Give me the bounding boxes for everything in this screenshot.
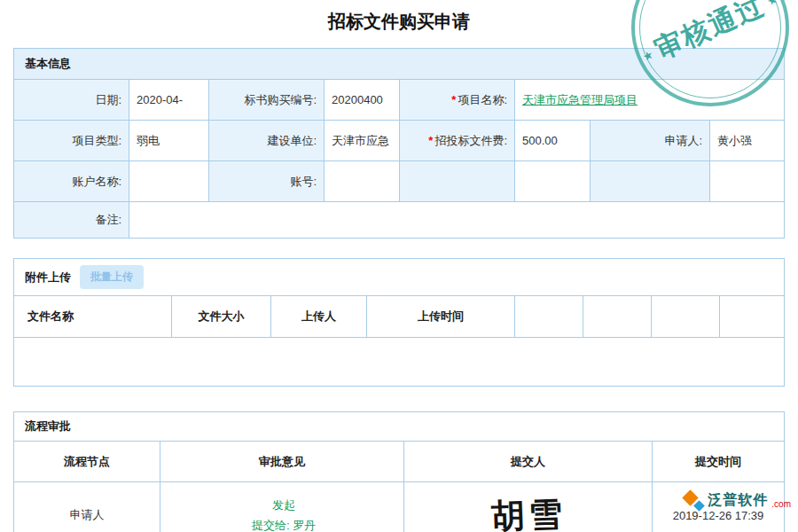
submitter-signature: 胡雪 [490,491,567,532]
approval-section: 流程审批 流程节点 审批意见 提交人 提交时间 申请人 发起 提交给: 罗丹 胡… [13,411,785,532]
col-empty [583,296,652,337]
page-title: 招标文件购买申请 [0,0,798,48]
doc-fee-value: 500.00 [515,121,591,161]
account-name-label: 账户名称: [14,161,129,202]
empty-label-cell [591,161,710,202]
vendor-logo: 泛普软件 .com [683,489,791,511]
vendor-logo-suffix: .com [771,499,791,509]
col-flow-node: 流程节点 [14,442,160,482]
project-name-label-text: 项目名称: [458,92,507,108]
approval-table: 流程节点 审批意见 提交人 提交时间 申请人 发起 提交给: 罗丹 胡雪 201… [14,441,784,532]
project-type-label: 项目类型: [14,121,129,161]
account-no-value [325,161,400,202]
empty-value-cell [710,161,784,202]
col-file-name: 文件名称 [14,296,172,337]
batch-upload-button[interactable]: 批量上传 [80,265,144,289]
attachments-table-header: 文件名称 文件大小 上传人 上传时间 [14,295,784,338]
doc-fee-label: * 招投标文件费: [400,121,515,161]
project-name-cell: 天津市应急管理局项目 [515,80,784,121]
col-submitter: 提交人 [404,442,653,482]
build-unit-value: 天津市应急 [325,121,400,161]
flow-node-value: 申请人 [14,482,160,532]
col-approval-opinion: 审批意见 [160,442,404,482]
doc-fee-label-text: 招投标文件费: [434,133,507,149]
basic-info-header: 基本信息 [14,49,784,79]
attachments-title: 附件上传 [25,270,71,286]
submitter-signature-cell: 胡雪 [404,482,653,532]
project-type-value: 弱电 [129,121,209,161]
build-unit-label: 建设单位: [209,121,325,161]
applicant-label: 申请人: [591,121,710,161]
bid-no-label: 标书购买编号: [209,80,325,121]
required-asterisk: * [428,134,433,147]
approval-title: 流程审批 [25,419,71,434]
col-file-size: 文件大小 [172,296,271,337]
approval-opinion-cell: 发起 提交给: 罗丹 [160,482,404,532]
applicant-value: 黄小强 [710,121,784,161]
col-upload-time: 上传时间 [367,296,515,337]
col-empty [515,296,583,337]
opinion-target: 提交给: 罗丹 [252,518,316,532]
col-uploader: 上传人 [271,296,367,337]
approval-header: 流程审批 [14,412,784,441]
opinion-action: 发起 [272,497,295,513]
vendor-logo-text: 泛普软件 [708,491,768,510]
attachments-empty-body [14,338,784,386]
remark-label: 备注: [14,202,129,238]
date-label: 日期: [14,80,129,121]
col-empty [720,296,784,337]
required-asterisk: * [451,93,456,106]
empty-label-cell [400,161,515,202]
bid-no-value: 20200400 [325,80,400,121]
project-name-label: * 项目名称: [400,80,515,121]
attachments-section: 附件上传 批量上传 文件名称 文件大小 上传人 上传时间 [13,258,785,387]
basic-info-section: 基本信息 日期: 2020-04- 标书购买编号: 20200400 * 项目名… [13,48,785,239]
vendor-logo-icon [683,489,704,511]
remark-value [129,202,784,238]
col-submit-time: 提交时间 [653,442,784,482]
account-name-value [129,161,209,202]
attachments-header: 附件上传 批量上传 [14,259,784,295]
project-name-link[interactable]: 天津市应急管理局项目 [522,92,638,108]
empty-value-cell [515,161,591,202]
date-value: 2020-04- [129,80,209,121]
account-no-label: 账号: [209,161,325,202]
basic-info-grid: 日期: 2020-04- 标书购买编号: 20200400 * 项目名称: 天津… [14,79,784,238]
col-empty [652,296,720,337]
